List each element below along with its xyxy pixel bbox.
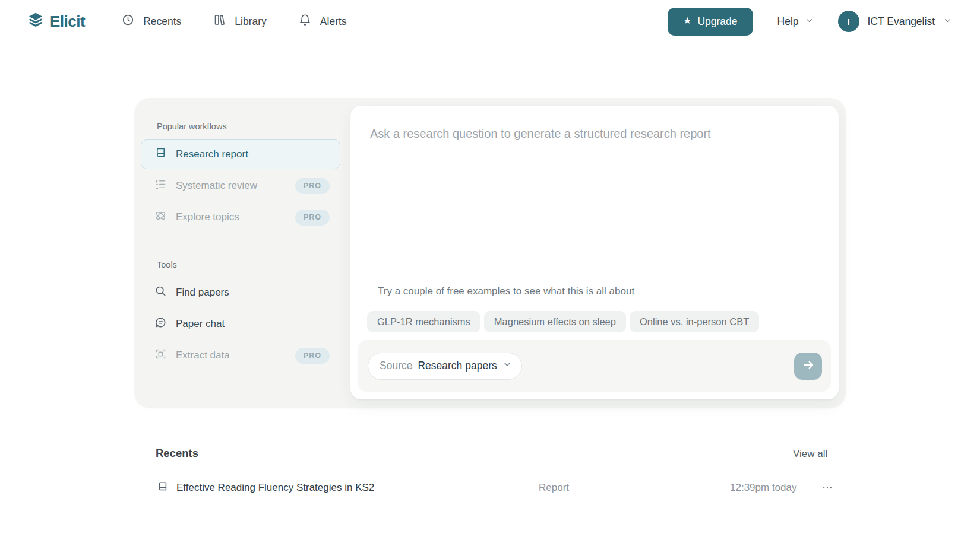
examples-intro-text: Try a couple of free examples to see wha… bbox=[378, 285, 634, 297]
book-icon bbox=[157, 481, 169, 495]
elicit-logo-icon bbox=[27, 11, 45, 31]
top-bar: Elicit Recents Library bbox=[0, 0, 980, 43]
sidebar-item-label: Extract data bbox=[176, 350, 230, 361]
recent-time: 12:39pm today bbox=[730, 482, 796, 494]
avatar-initial: I bbox=[847, 17, 849, 27]
elicit-logo[interactable]: Elicit bbox=[27, 11, 85, 31]
source-label: Source bbox=[380, 360, 412, 372]
pro-badge: PRO bbox=[295, 210, 330, 226]
top-bar-right: ★ Upgrade Help I ICT Evangelist bbox=[668, 8, 952, 36]
nav-library[interactable]: Library bbox=[213, 14, 267, 29]
sidebar-item-label: Systematic review bbox=[176, 180, 257, 192]
question-input-placeholder: Ask a research question to generate a st… bbox=[370, 127, 711, 141]
example-chip-magnesium[interactable]: Magnesium effects on sleep bbox=[484, 311, 626, 332]
sidebar-item-extract-data[interactable]: Extract data PRO bbox=[141, 341, 340, 370]
more-options-button[interactable] bbox=[817, 481, 837, 496]
chevron-down-icon bbox=[943, 16, 952, 27]
recent-type: Report bbox=[539, 482, 569, 494]
workflow-panel: Popular workflows Research report bbox=[134, 98, 846, 408]
recent-title[interactable]: Effective Reading Fluency Strategies in … bbox=[176, 482, 374, 494]
example-chips: GLP-1R mechanisms Magnesium effects on s… bbox=[367, 311, 759, 332]
search-icon bbox=[154, 285, 167, 300]
star-icon: ★ bbox=[683, 16, 691, 26]
chevron-down-icon bbox=[502, 360, 512, 372]
nav-recents-label: Recents bbox=[143, 15, 181, 28]
nav-alerts-label: Alerts bbox=[320, 15, 347, 28]
arrow-right-icon bbox=[802, 358, 815, 373]
source-value: Research papers bbox=[418, 360, 497, 372]
example-chip-cbt[interactable]: Online vs. in-person CBT bbox=[630, 311, 759, 332]
avatar: I bbox=[838, 11, 859, 32]
sidebar-item-find-papers[interactable]: Find papers bbox=[141, 278, 340, 307]
ordered-list-icon bbox=[154, 178, 167, 193]
nav-alerts[interactable]: Alerts bbox=[299, 14, 347, 29]
chat-bubble-icon bbox=[154, 316, 167, 332]
source-dropdown[interactable]: Source Research papers bbox=[368, 353, 522, 380]
sidebar-item-label: Paper chat bbox=[176, 318, 225, 330]
extract-frame-icon bbox=[154, 348, 167, 363]
tools-heading: Tools bbox=[141, 260, 340, 269]
library-books-icon bbox=[213, 14, 226, 29]
chevron-down-icon bbox=[805, 15, 814, 28]
sidebar-item-label: Find papers bbox=[176, 287, 229, 299]
book-icon bbox=[154, 147, 167, 162]
upgrade-label: Upgrade bbox=[697, 15, 737, 28]
view-all-link[interactable]: View all bbox=[793, 448, 827, 460]
workflow-sidebar: Popular workflows Research report bbox=[141, 122, 340, 372]
brand-name: Elicit bbox=[50, 12, 85, 31]
bell-icon bbox=[299, 14, 311, 29]
sidebar-item-label: Explore topics bbox=[176, 211, 239, 223]
elicit-home-page: Elicit Recents Library bbox=[0, 0, 980, 549]
recents-heading: Recents bbox=[156, 447, 198, 460]
sidebar-item-systematic-review[interactable]: Systematic review PRO bbox=[141, 171, 340, 201]
submit-question-button[interactable] bbox=[794, 353, 822, 380]
upgrade-button[interactable]: ★ Upgrade bbox=[668, 8, 753, 36]
composer-footer: Source Research papers bbox=[358, 340, 831, 392]
user-menu[interactable]: I ICT Evangelist bbox=[838, 11, 952, 32]
sidebar-item-research-report[interactable]: Research report bbox=[141, 139, 340, 169]
ellipsis-icon bbox=[821, 482, 833, 496]
main-nav: Recents Library Alerts bbox=[122, 14, 346, 29]
sidebar-item-label: Research report bbox=[176, 148, 248, 160]
recent-row[interactable]: Effective Reading Fluency Strategies in … bbox=[0, 475, 980, 500]
pro-badge: PRO bbox=[295, 348, 330, 364]
user-name: ICT Evangelist bbox=[868, 15, 935, 28]
nav-library-label: Library bbox=[235, 15, 267, 28]
workflows-heading: Popular workflows bbox=[141, 122, 340, 131]
help-menu[interactable]: Help bbox=[777, 15, 814, 28]
sidebar-item-paper-chat[interactable]: Paper chat bbox=[141, 309, 340, 339]
help-label: Help bbox=[777, 15, 799, 28]
nav-recents[interactable]: Recents bbox=[122, 14, 181, 29]
research-question-composer[interactable]: Ask a research question to generate a st… bbox=[350, 106, 839, 399]
clock-icon bbox=[122, 14, 134, 29]
example-chip-glp1r[interactable]: GLP-1R mechanisms bbox=[367, 311, 480, 332]
atom-icon bbox=[154, 210, 167, 225]
sidebar-item-explore-topics[interactable]: Explore topics PRO bbox=[141, 202, 340, 232]
pro-badge: PRO bbox=[295, 178, 330, 194]
